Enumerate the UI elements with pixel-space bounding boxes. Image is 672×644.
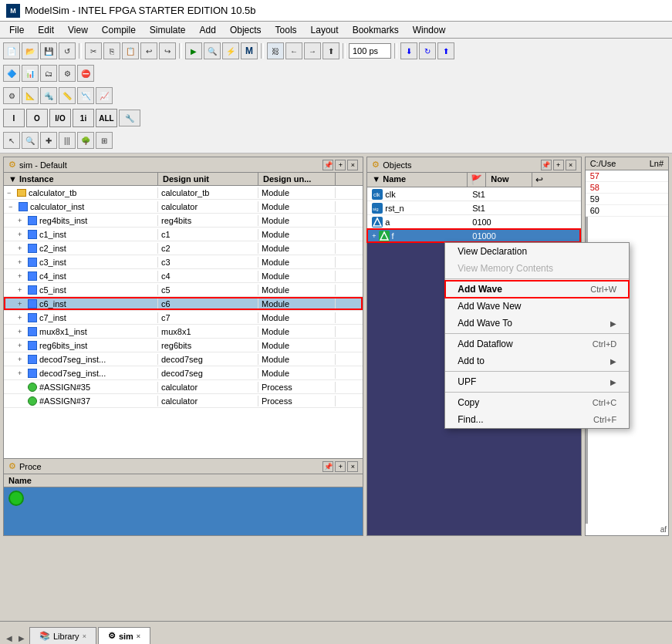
menu-file[interactable]: File — [3, 23, 30, 37]
tb-step1[interactable]: ⚙ — [3, 87, 20, 104]
tb-nav-cursor[interactable]: ↖ — [3, 132, 20, 149]
tb-wave-prev[interactable]: ↻ — [419, 42, 436, 59]
table-row[interactable]: + mux8x1_inst mux8x1 Module — [4, 325, 363, 339]
table-row[interactable]: + c4_inst c4 Module — [4, 269, 363, 283]
table-row[interactable]: + c3_inst c3 Module — [4, 255, 363, 269]
signal-O[interactable]: O — [26, 109, 48, 127]
tb-m[interactable]: M — [241, 42, 258, 59]
ctx-add-to[interactable]: Add to ▶ — [445, 352, 629, 369]
tb-redo[interactable]: ↪ — [159, 42, 176, 59]
sim-pin[interactable]: 📌 — [322, 160, 333, 170]
sim-close[interactable]: × — [347, 160, 358, 170]
signal-I[interactable]: I — [3, 109, 25, 127]
menu-edit[interactable]: Edit — [32, 23, 60, 37]
tab-right-arrow[interactable]: ▶ — [15, 632, 28, 644]
tb-save[interactable]: 💾 — [40, 42, 57, 59]
signal-IO[interactable]: I/O — [49, 109, 71, 127]
ctx-copy[interactable]: Copy Ctrl+C — [445, 394, 629, 411]
tb-hier[interactable]: ⚡ — [222, 42, 239, 59]
ctx-add-wave-new[interactable]: Add Wave New — [445, 298, 629, 315]
obj-row-f[interactable]: + f 01000 — [367, 229, 580, 243]
tb-paste[interactable]: 📋 — [122, 42, 139, 59]
table-row[interactable]: − calculator_tb calculator_tb Module — [4, 186, 363, 200]
tab-library-close[interactable]: × — [83, 632, 86, 640]
table-row[interactable]: + c5_inst c5 Module — [4, 283, 363, 297]
tb-step2[interactable]: 📐 — [22, 87, 39, 104]
tb-step3[interactable]: 🔩 — [40, 87, 57, 104]
table-row[interactable]: + decod7seg_inst... decod7seg Module — [4, 366, 363, 380]
menu-window[interactable]: Window — [407, 23, 452, 37]
table-row[interactable]: + c1_inst c1 Module — [4, 228, 363, 241]
tb-link[interactable]: ⛓ — [267, 42, 284, 59]
tb-wave-down[interactable]: ⬇ — [400, 42, 417, 59]
tb-sim5[interactable]: ⛔ — [77, 65, 94, 82]
obj-pin[interactable]: 📌 — [541, 160, 552, 170]
table-row[interactable]: #ASSIGN#37 calculator Process — [4, 394, 363, 408]
ctx-add-dataflow[interactable]: Add Dataflow Ctrl+D — [445, 335, 629, 352]
table-row[interactable]: + reg4bits_inst reg4bits Module — [4, 214, 363, 228]
tab-sim[interactable]: ⚙ sim × — [98, 627, 150, 644]
tb-sim4[interactable]: ⚙ — [59, 65, 76, 82]
tb-nav-zoom[interactable]: 🔍 — [22, 132, 39, 149]
tb-step4[interactable]: 📏 — [59, 87, 76, 104]
signal-1i[interactable]: 1i — [73, 109, 94, 127]
obj-maximize[interactable]: + — [553, 160, 564, 170]
tb-nav-cross[interactable]: ✚ — [40, 132, 57, 149]
menu-objects[interactable]: Objects — [224, 23, 268, 37]
tb-undo[interactable]: ↩ — [140, 42, 157, 59]
signal-ALL[interactable]: ALL — [96, 109, 117, 127]
tb-copy[interactable]: ⎘ — [103, 42, 120, 59]
menu-tools[interactable]: Tools — [269, 23, 303, 37]
bottom-pin[interactable]: 📌 — [322, 461, 333, 472]
menu-view[interactable]: View — [62, 23, 94, 37]
obj-row-a[interactable]: a 0100 — [367, 215, 580, 229]
menu-simulate[interactable]: Simulate — [144, 23, 192, 37]
tab-library[interactable]: 📚 Library × — [29, 627, 96, 644]
tb-cut[interactable]: ✂ — [85, 42, 102, 59]
table-row[interactable]: + decod7seg_inst... decod7seg Module — [4, 352, 363, 366]
tb-nav-tree[interactable]: 🌳 — [77, 132, 94, 149]
table-row[interactable]: − calculator_inst calculator Module — [4, 200, 363, 214]
tb-open[interactable]: 📂 — [22, 42, 39, 59]
table-row[interactable]: #ASSIGN#35 calculator Process — [4, 380, 363, 394]
tb-sim1[interactable]: 🔷 — [3, 65, 20, 82]
table-row[interactable]: + reg6bits_inst reg6bits Module — [4, 339, 363, 352]
tb-step5[interactable]: 📉 — [77, 87, 94, 104]
ctx-upf[interactable]: UPF ▶ — [445, 373, 629, 390]
ps-input[interactable]: 100 ps — [349, 43, 391, 59]
menu-add[interactable]: Add — [194, 23, 222, 37]
tb-sim2[interactable]: 📊 — [22, 65, 39, 82]
tab-scroll-left[interactable]: ◀ ▶ — [3, 632, 28, 644]
tb-nav-grid[interactable]: ⊞ — [96, 132, 113, 149]
menu-compile[interactable]: Compile — [96, 23, 142, 37]
ctx-find[interactable]: Find... Ctrl+F — [445, 411, 629, 428]
tb-nav-bar[interactable]: ||| — [59, 132, 76, 149]
ctx-view-declaration[interactable]: View Declaration — [445, 243, 629, 260]
tb-refresh[interactable]: ↺ — [59, 42, 76, 59]
tb-back[interactable]: ← — [285, 42, 302, 59]
tb-wave-up[interactable]: ⬆ — [437, 42, 454, 59]
ctx-add-wave[interactable]: Add Wave Ctrl+W — [445, 281, 629, 298]
bottom-close[interactable]: × — [347, 461, 358, 472]
menu-bookmarks[interactable]: Bookmarks — [346, 23, 405, 37]
obj-row-rstn[interactable]: sig rst_n St1 — [367, 201, 580, 215]
tb-forward[interactable]: → — [304, 42, 321, 59]
tb-search[interactable]: 🔍 — [204, 42, 221, 59]
tab-left-arrow[interactable]: ◀ — [3, 632, 15, 644]
tb-new[interactable]: 📄 — [3, 42, 20, 59]
tb-sim3[interactable]: 🗂 — [40, 65, 57, 82]
tb-run[interactable]: ▶ — [185, 42, 202, 59]
tb-up[interactable]: ⬆ — [322, 42, 339, 59]
table-row[interactable]: + c2_inst c2 Module — [4, 241, 363, 255]
obj-close[interactable]: × — [566, 160, 576, 170]
sim-maximize[interactable]: + — [335, 160, 346, 170]
table-row[interactable]: + c7_inst c7 Module — [4, 311, 363, 325]
bottom-max[interactable]: + — [335, 461, 346, 472]
tab-sim-close[interactable]: × — [137, 632, 140, 640]
signal-extra[interactable]: 🔧 — [119, 110, 140, 126]
obj-row-clk[interactable]: clk clk St1 — [367, 187, 580, 201]
ctx-add-wave-to[interactable]: Add Wave To ▶ — [445, 315, 629, 332]
tb-step6[interactable]: 📈 — [96, 87, 113, 104]
menu-layout[interactable]: Layout — [305, 23, 345, 37]
table-row-c6[interactable]: + c6_inst c6 Module — [4, 297, 363, 311]
